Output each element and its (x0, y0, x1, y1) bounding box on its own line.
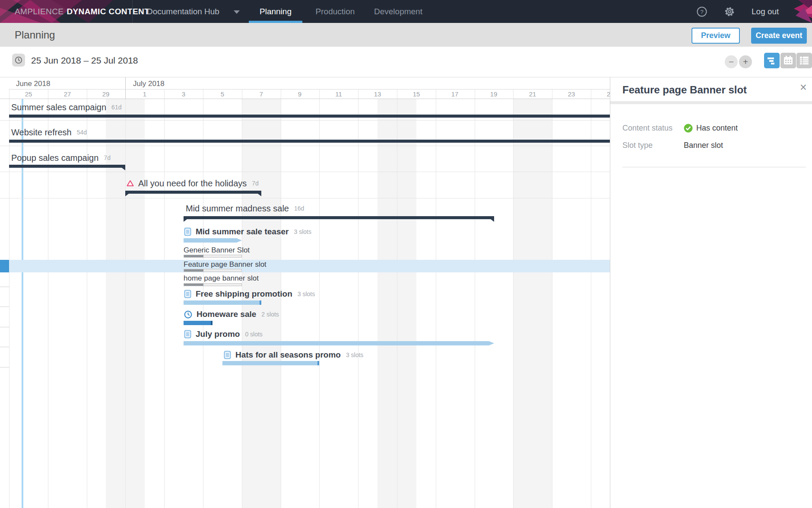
event-duration: 7d (104, 154, 111, 161)
slot-fill (184, 284, 203, 286)
edition-slots-count: 3 slots (294, 228, 311, 235)
slot-row[interactable]: Generic Banner Slot (184, 246, 250, 255)
edition-row[interactable]: Mid summer sale teaser 3 slots (184, 226, 311, 237)
field-value: Has content (684, 124, 738, 133)
date-bar: 25 Jun 2018 – 25 Jul 2018 − + (0, 47, 812, 77)
tab-development-label: Development (374, 7, 422, 16)
event-bar[interactable] (9, 115, 610, 118)
zoom-out-button[interactable]: − (725, 55, 738, 68)
slot-bar[interactable] (184, 283, 242, 286)
selected-slot-gutter-cell (0, 260, 9, 272)
event-duration: 7d (252, 180, 259, 187)
edition-slots-count: 2 slots (261, 311, 279, 318)
slot-detail-panel: Feature page Banner slot × Content statu… (610, 77, 812, 508)
event-row[interactable]: Summer sales campaign 61d (11, 102, 121, 113)
event-name: All you need for the holidays (138, 179, 247, 189)
edition-row[interactable]: Free shipping promotion 3 slots (184, 288, 315, 300)
timeline-view-button[interactable] (764, 53, 780, 68)
slot-fill (184, 255, 203, 257)
date-range-text: 25 Jun 2018 – 25 Jul 2018 (31, 47, 138, 74)
edition-bar[interactable] (184, 300, 261, 305)
slot-row[interactable]: home page banner slot (184, 274, 259, 283)
bar-start-marker (125, 194, 129, 196)
logout-button[interactable]: Log out (752, 0, 779, 23)
event-bar[interactable] (184, 216, 494, 219)
slot-bar[interactable] (184, 255, 242, 258)
create-event-button[interactable]: Create event (751, 28, 807, 44)
row-separator (0, 198, 610, 198)
edition-bar[interactable] (184, 321, 213, 325)
event-name: Summer sales campaign (11, 102, 106, 112)
day-tick: 19 (474, 90, 513, 98)
document-icon (184, 290, 191, 298)
top-nav: AMPLIENCE DYNAMIC CONTENT Documentation … (0, 0, 812, 23)
preview-button-label: Preview (701, 31, 730, 40)
hub-menu[interactable]: Documentation Hub (147, 0, 219, 23)
event-duration: 54d (77, 129, 87, 136)
slot-type-field: Slot type Banner slot (622, 140, 806, 151)
slot-fill (184, 269, 203, 272)
gutter-row-line (0, 367, 9, 367)
day-tick: 29 (86, 90, 125, 98)
header-divider (9, 89, 610, 89)
day-tick: 11 (319, 90, 358, 98)
edition-row[interactable]: Homeware sale 2 slots (184, 309, 279, 320)
month-label-june: June 2018 (16, 78, 50, 89)
zoom-in-label: + (743, 57, 748, 67)
tab-planning[interactable]: Planning (249, 0, 302, 23)
tab-production[interactable]: Production (309, 0, 362, 23)
slot-row-selected[interactable]: Feature page Banner slot (184, 260, 266, 269)
edition-bar[interactable] (184, 238, 237, 243)
event-row[interactable]: Website refresh 54d (11, 127, 87, 138)
calendar-view-button[interactable] (780, 53, 796, 68)
zoom-in-button[interactable]: + (739, 55, 752, 68)
close-icon[interactable]: × (797, 81, 810, 94)
day-tick: 27 (48, 90, 87, 98)
gantt-view-icon (764, 53, 780, 68)
slot-bar[interactable] (184, 269, 242, 272)
warning-icon (127, 180, 134, 187)
nav-divider (132, 0, 133, 23)
event-bar[interactable] (125, 191, 261, 194)
month-label-july: July 2018 (133, 78, 165, 89)
edition-row[interactable]: Hats for all seasons promo 3 slots (224, 349, 363, 361)
tab-production-label: Production (316, 7, 355, 16)
gutter-row-line (0, 327, 9, 327)
edition-slots-count: 3 slots (298, 291, 315, 297)
preview-button[interactable]: Preview (691, 28, 740, 44)
edition-bar[interactable] (222, 361, 319, 365)
edition-bar[interactable] (184, 341, 489, 345)
event-row[interactable]: All you need for the holidays 7d (127, 178, 259, 189)
list-view-button[interactable] (796, 53, 812, 68)
tab-planning-label: Planning (260, 7, 292, 16)
day-tick: 25 (591, 90, 610, 98)
event-row[interactable]: Mid summer madness sale 16d (186, 203, 304, 214)
gear-icon[interactable] (724, 6, 735, 17)
avatar[interactable] (790, 0, 812, 23)
zoom-out-label: − (729, 57, 734, 67)
row-separator (0, 172, 610, 172)
bar-end-marker (491, 219, 494, 222)
edition-name: Mid summer sale teaser (196, 227, 289, 236)
panel-divider (622, 167, 806, 167)
slot-name: home page banner slot (184, 274, 259, 283)
svg-text:?: ? (700, 9, 703, 15)
bar-start-marker (184, 219, 187, 222)
tab-development[interactable]: Development (370, 0, 427, 23)
edition-name: Free shipping promotion (196, 289, 292, 299)
event-row[interactable]: Popup sales campaign 7d (11, 152, 111, 163)
field-label: Slot type (622, 141, 684, 150)
bar-end-cap (317, 361, 319, 365)
event-bar[interactable] (9, 165, 125, 168)
slot-name: Generic Banner Slot (184, 246, 250, 255)
edition-slots-count: 3 slots (346, 351, 363, 358)
edition-name: July promo (196, 329, 240, 339)
hub-menu-label: Documentation Hub (147, 7, 219, 16)
chevron-down-icon[interactable] (234, 10, 240, 14)
date-range-button[interactable] (12, 54, 25, 67)
help-icon[interactable]: ? (696, 6, 707, 17)
bar-end-marker (258, 194, 261, 196)
event-bar[interactable] (9, 140, 610, 143)
content-status-field: Content status Has content (622, 122, 806, 134)
edition-row[interactable]: July promo 0 slots (184, 329, 263, 340)
